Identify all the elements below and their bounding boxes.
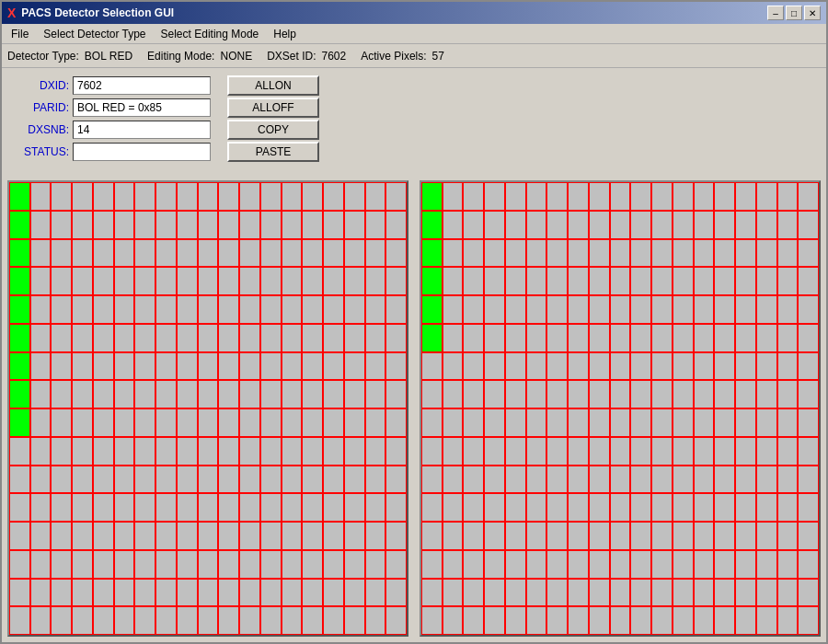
pixel-cell[interactable] (30, 267, 52, 295)
pixel-cell[interactable] (323, 324, 344, 352)
pixel-cell[interactable] (239, 380, 260, 408)
pixel-cell[interactable] (134, 239, 155, 268)
pixel-cell[interactable] (777, 522, 799, 550)
pixel-cell[interactable] (239, 295, 260, 324)
pixel-cell[interactable] (51, 324, 72, 352)
pixel-cell[interactable] (463, 324, 484, 352)
pixel-cell[interactable] (421, 324, 443, 352)
pixel-cell[interactable] (694, 324, 715, 352)
pixel-cell[interactable] (463, 408, 484, 437)
pixel-cell[interactable] (198, 239, 219, 268)
pixel-cell[interactable] (714, 324, 735, 352)
pixel-cell[interactable] (756, 324, 777, 352)
pixel-cell[interactable] (463, 579, 484, 607)
pixel-cell[interactable] (218, 267, 239, 295)
pixel-cell[interactable] (93, 380, 114, 408)
pixel-cell[interactable] (630, 579, 651, 607)
pixel-cell[interactable] (114, 352, 135, 381)
pixel-cell[interactable] (218, 239, 239, 268)
pixel-cell[interactable] (260, 239, 282, 268)
pixel-cell[interactable] (302, 211, 323, 239)
pixel-cell[interactable] (505, 408, 526, 437)
pixel-cell[interactable] (630, 295, 651, 324)
pixel-cell[interactable] (155, 267, 177, 295)
pixel-cell[interactable] (344, 239, 365, 268)
pixel-cell[interactable] (239, 352, 260, 381)
pixel-cell[interactable] (30, 380, 52, 408)
pixel-cell[interactable] (443, 550, 464, 579)
pixel-cell[interactable] (30, 352, 52, 381)
pixel-cell[interactable] (155, 182, 177, 211)
pixel-cell[interactable] (714, 493, 735, 522)
pixel-cell[interactable] (93, 437, 114, 466)
pixel-cell[interactable] (260, 211, 282, 239)
pixel-cell[interactable] (526, 522, 547, 550)
pixel-cell[interactable] (694, 606, 715, 635)
pixel-cell[interactable] (155, 380, 177, 408)
pixel-cell[interactable] (344, 380, 365, 408)
pixel-cell[interactable] (630, 239, 651, 268)
pixel-cell[interactable] (421, 295, 443, 324)
pixel-cell[interactable] (114, 522, 135, 550)
pixel-cell[interactable] (72, 295, 93, 324)
pixel-cell[interactable] (546, 380, 568, 408)
pixel-cell[interactable] (421, 493, 443, 522)
pixel-cell[interactable] (30, 606, 52, 635)
pixel-cell[interactable] (694, 182, 715, 211)
pixel-cell[interactable] (302, 466, 323, 494)
pixel-cell[interactable] (72, 437, 93, 466)
pixel-cell[interactable] (463, 437, 484, 466)
pixel-cell[interactable] (177, 182, 198, 211)
pixel-cell[interactable] (589, 550, 610, 579)
pixel-cell[interactable] (798, 579, 819, 607)
pixel-cell[interactable] (630, 211, 651, 239)
pixel-cell[interactable] (302, 606, 323, 635)
pixel-cell[interactable] (630, 550, 651, 579)
pixel-cell[interactable] (155, 408, 177, 437)
pixel-cell[interactable] (323, 267, 344, 295)
pixel-cell[interactable] (177, 324, 198, 352)
pixel-cell[interactable] (568, 380, 589, 408)
dxsnb-input[interactable] (73, 121, 211, 139)
pixel-cell[interactable] (756, 408, 777, 437)
status-input[interactable] (73, 143, 211, 161)
pixel-cell[interactable] (385, 182, 407, 211)
pixel-cell[interactable] (798, 606, 819, 635)
pixel-cell[interactable] (735, 606, 756, 635)
pixel-cell[interactable] (651, 522, 673, 550)
pixel-cell[interactable] (51, 295, 72, 324)
pixel-cell[interactable] (673, 437, 694, 466)
pixel-cell[interactable] (30, 522, 52, 550)
pixel-cell[interactable] (589, 267, 610, 295)
pixel-cell[interactable] (72, 522, 93, 550)
pixel-cell[interactable] (735, 408, 756, 437)
pixel-cell[interactable] (673, 267, 694, 295)
pixel-cell[interactable] (177, 380, 198, 408)
pixel-cell[interactable] (756, 550, 777, 579)
pixel-cell[interactable] (30, 579, 52, 607)
pixel-cell[interactable] (155, 579, 177, 607)
pixel-cell[interactable] (155, 522, 177, 550)
pixel-cell[interactable] (546, 408, 568, 437)
grid1-container[interactable] (7, 180, 408, 637)
pixel-cell[interactable] (610, 324, 631, 352)
pixel-cell[interactable] (93, 211, 114, 239)
pixel-cell[interactable] (589, 352, 610, 381)
pixel-cell[interactable] (323, 466, 344, 494)
pixel-cell[interactable] (218, 211, 239, 239)
pixel-cell[interactable] (134, 295, 155, 324)
pixel-cell[interactable] (365, 380, 386, 408)
pixel-cell[interactable] (484, 211, 505, 239)
pixel-cell[interactable] (155, 466, 177, 494)
pixel-cell[interactable] (51, 211, 72, 239)
pixel-cell[interactable] (756, 380, 777, 408)
pixel-cell[interactable] (777, 437, 799, 466)
pixel-cell[interactable] (177, 493, 198, 522)
pixel-cell[interactable] (735, 550, 756, 579)
pixel-cell[interactable] (344, 522, 365, 550)
pixel-cell[interactable] (218, 324, 239, 352)
pixel-cell[interactable] (463, 380, 484, 408)
pixel-cell[interactable] (51, 579, 72, 607)
pixel-cell[interactable] (323, 380, 344, 408)
pixel-cell[interactable] (630, 408, 651, 437)
